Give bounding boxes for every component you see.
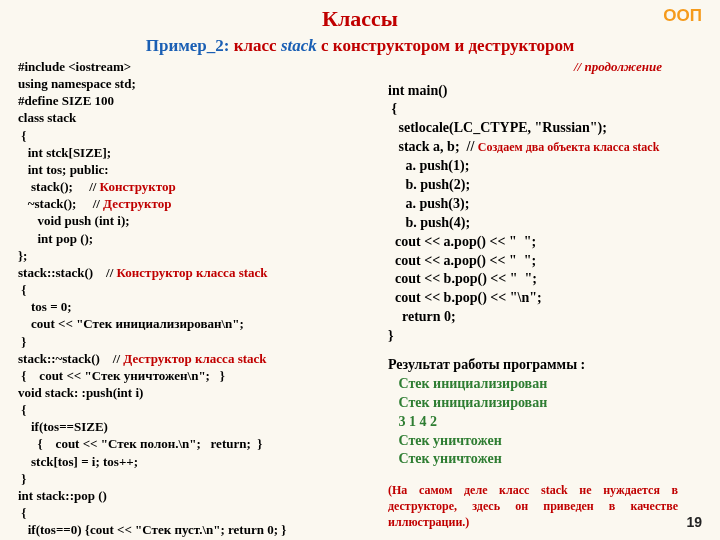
right-code-column: // продолжение int main() { setlocale(LC… (368, 58, 702, 540)
code-right: int main() { setlocale(LC_CTYPE, "Russia… (388, 82, 702, 346)
content-columns: #include <iostream> using namespace std;… (0, 58, 720, 540)
result-header: Результат работы программы : (388, 356, 702, 375)
course-tag: ООП (663, 6, 702, 26)
subtitle-text-1: класс (234, 36, 281, 55)
example-label: Пример_2: (146, 36, 230, 55)
page-number: 19 (686, 514, 702, 530)
left-code-column: #include <iostream> using namespace std;… (18, 58, 368, 540)
subtitle-text-2: с конструктором и деструктором (317, 36, 575, 55)
slide-subtitle: Пример_2: класс stack с конструктором и … (0, 36, 720, 56)
footnote: (На самом деле класс stack не нуждается … (388, 483, 678, 530)
code-left: #include <iostream> using namespace std;… (18, 58, 368, 540)
subtitle-stack-word: stack (281, 36, 317, 55)
continuation-label: // продолжение (388, 58, 702, 76)
slide-title: Классы (0, 0, 720, 32)
program-output: Стек инициализирован Стек инициализирова… (388, 375, 702, 469)
